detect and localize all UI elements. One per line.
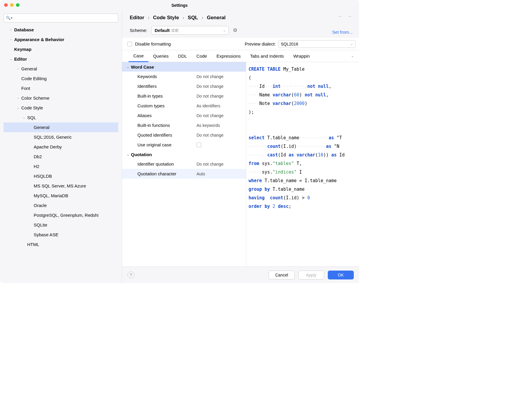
breadcrumb: Editor› Code Style› SQL› General [130, 15, 351, 21]
tree-item[interactable]: ⌄Editor [4, 54, 118, 64]
search-icon: 🔍▾ [6, 16, 13, 20]
tree-item[interactable]: Sybase ASE [4, 230, 118, 240]
setting-key: Built-in types [137, 93, 197, 98]
search-input[interactable] [4, 14, 118, 22]
tab-ddl[interactable]: DDL [173, 50, 192, 62]
minimize-icon[interactable] [10, 3, 14, 7]
tree-item[interactable]: Keymap [4, 44, 118, 54]
tree-item[interactable]: ›Appearance & Behavior [4, 35, 118, 44]
tree-item-label: SQL [27, 115, 36, 120]
setting-value: Auto [197, 172, 205, 176]
gear-icon[interactable]: ⚙ [233, 27, 237, 33]
disable-formatting-checkbox[interactable] [127, 42, 132, 46]
setting-row[interactable]: Built-in functionsAs keywords [122, 120, 246, 130]
tree-item-label: HTML [27, 242, 39, 247]
tab-case[interactable]: Case [129, 50, 148, 62]
setting-key: Built-in functions [137, 123, 197, 128]
setting-value: Do not change [197, 74, 223, 79]
tab-queries[interactable]: Queries [148, 50, 173, 62]
nav-forward-icon[interactable]: → [347, 14, 352, 19]
tree-item[interactable]: HTML [4, 240, 118, 249]
chevron-icon: ⌄ [22, 116, 26, 119]
main-pane: Editor› Code Style› SQL› General ← → Sch… [122, 11, 359, 283]
setting-key: Identifier quotation [137, 161, 197, 166]
tree-item[interactable]: SQL:2016, Generic [4, 132, 118, 142]
help-icon[interactable]: ? [127, 271, 134, 279]
window-title: Settings [171, 3, 188, 8]
setting-value: Do not change [197, 113, 223, 118]
tree-item[interactable]: ⌄Code Style [4, 103, 118, 113]
tree-item[interactable]: ›Database [4, 25, 118, 35]
close-icon[interactable] [4, 3, 8, 7]
tree-item[interactable]: Font [4, 83, 118, 93]
breadcrumb-item[interactable]: Editor [130, 15, 144, 21]
setting-row[interactable]: AliasesDo not change [122, 111, 246, 120]
tab-tabs-and-indents[interactable]: Tabs and Indents [245, 50, 288, 62]
tree-item-label: HSQLDB [34, 174, 52, 179]
setting-row[interactable]: Built-in typesDo not change [122, 91, 246, 101]
zoom-icon[interactable] [16, 3, 20, 7]
breadcrumb-item[interactable]: SQL [188, 15, 198, 21]
tree-item-label: MySQL, MariaDB [34, 193, 68, 198]
setting-checkbox[interactable] [197, 143, 201, 147]
scheme-select[interactable]: Default IDE ⌄ [151, 26, 229, 35]
tree-item-label: Sybase ASE [34, 232, 58, 237]
tree-item-label: Font [21, 86, 30, 91]
preview-dialect-select[interactable]: SQL2016 ⌄ [278, 40, 356, 48]
setting-key: Identifiers [137, 84, 197, 89]
set-from-link[interactable]: Set from... [332, 30, 353, 35]
tree-item[interactable]: MS SQL Server, MS Azure [4, 181, 118, 191]
cancel-button[interactable]: Cancel [269, 271, 295, 279]
tree-item-label: Apache Derby [34, 144, 62, 149]
group-header[interactable]: ⌄ Quotation [122, 150, 246, 159]
chevron-icon: › [9, 38, 13, 41]
ok-button[interactable]: OK [328, 271, 354, 279]
tab-wrappin[interactable]: Wrappin [288, 50, 314, 62]
tree-item[interactable]: HSQLDB [4, 171, 118, 181]
setting-row[interactable]: Custom typesAs identifiers [122, 101, 246, 111]
group-header[interactable]: ⌄ Word Case [122, 62, 246, 72]
tree-item[interactable]: General [4, 122, 118, 132]
setting-key: Quoted identifiers [137, 132, 197, 138]
setting-row[interactable]: KeywordsDo not change [122, 72, 246, 81]
window-controls [4, 3, 20, 7]
tree-item[interactable]: SQLite [4, 220, 118, 230]
tree-item-label: General [34, 125, 49, 130]
settings-list: ⌄ Word CaseKeywordsDo not changeIdentifi… [122, 62, 246, 266]
nav-back-icon[interactable]: ← [338, 14, 343, 19]
tree-item[interactable]: PostgreSQL, Greenplum, Redshi [4, 210, 118, 220]
tree-item[interactable]: ›General [4, 64, 118, 74]
group-title: Word Case [131, 64, 154, 69]
tree-item-label: Db2 [34, 154, 42, 159]
preview-dialect-label: Preview dialect: [245, 41, 276, 46]
tree-item-label: Appearance & Behavior [14, 37, 64, 42]
chevron-down-icon: ⌄ [127, 65, 131, 69]
tree-item[interactable]: H2 [4, 161, 118, 171]
setting-row[interactable]: Use original case [122, 140, 246, 150]
tab-expressions[interactable]: Expressions [212, 50, 245, 62]
tree-item[interactable]: Code Editing [4, 74, 118, 83]
chevron-icon: ⌄ [16, 106, 20, 109]
tree-item[interactable]: ⌄SQL [4, 113, 118, 122]
tree-item-label: MS SQL Server, MS Azure [34, 183, 86, 188]
tree-item-label: Code Style [21, 105, 43, 110]
apply-button[interactable]: Apply [298, 271, 324, 279]
setting-row[interactable]: Identifier quotationDo not change [122, 159, 246, 169]
tree-item-label: SQL:2016, Generic [34, 135, 72, 140]
tree-item[interactable]: ›Color Scheme [4, 93, 118, 103]
setting-value: Do not change [197, 84, 223, 89]
tree-item-label: General [21, 66, 37, 71]
tree-item[interactable]: Db2 [4, 152, 118, 161]
tree-item[interactable]: Oracle [4, 200, 118, 210]
setting-row[interactable]: Quotation characterAuto [122, 169, 246, 179]
scheme-label: Scheme: [130, 28, 147, 33]
setting-row[interactable]: Quoted identifiersDo not change [122, 130, 246, 140]
tree-item[interactable]: MySQL, MariaDB [4, 191, 118, 200]
tab-code[interactable]: Code [192, 50, 212, 62]
tabs-overflow-icon[interactable]: ⌄ [346, 50, 359, 62]
tree-item[interactable]: Apache Derby [4, 142, 118, 152]
chevron-down-icon: ⌄ [351, 42, 353, 46]
breadcrumb-item[interactable]: Code Style [153, 15, 179, 21]
tree-item-label: SQLite [34, 222, 47, 227]
setting-row[interactable]: IdentifiersDo not change [122, 81, 246, 91]
